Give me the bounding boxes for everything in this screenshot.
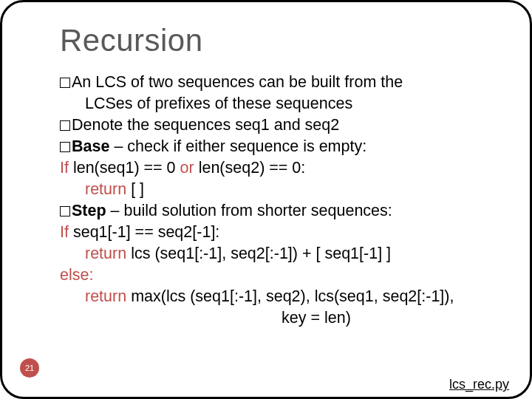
keyword-return: return bbox=[85, 287, 126, 305]
text: Denote the sequences seq1 and seq2 bbox=[72, 116, 339, 134]
bold-text: Base bbox=[72, 137, 109, 155]
page-number-badge: 21 bbox=[20, 358, 39, 378]
text: [ ] bbox=[126, 180, 144, 198]
keyword-if: If bbox=[60, 223, 73, 241]
text: An LCS of two sequences can be built fro… bbox=[72, 73, 403, 91]
square-bullet-icon bbox=[60, 78, 70, 88]
code-line-return1: return [ ] bbox=[60, 179, 493, 200]
code-line-if2: If seq1[-1] == seq2[-1]: bbox=[60, 222, 493, 243]
file-link[interactable]: lcs_rec.py bbox=[449, 377, 509, 392]
text: lcs (seq1[:-1], seq2[:-1]) + [ seq1[-1] … bbox=[126, 245, 391, 262]
bullet-line-4: Step – build solution from shorter seque… bbox=[60, 200, 493, 222]
text: len(seq1) == 0 bbox=[73, 159, 176, 177]
text: – check if either sequence is empty: bbox=[109, 137, 366, 155]
keyword-or: or bbox=[176, 159, 199, 177]
keyword-return: return bbox=[85, 245, 126, 262]
slide-body: An LCS of two sequences can be built fro… bbox=[60, 72, 493, 329]
keyword-if: If bbox=[60, 159, 73, 177]
code-line-return3: return max(lcs (seq1[:-1], seq2), lcs(se… bbox=[60, 286, 493, 307]
square-bullet-icon bbox=[60, 206, 70, 216]
slide-frame: Recursion An LCS of two sequences can be… bbox=[0, 0, 532, 399]
text: seq1[-1] == seq2[-1]: bbox=[73, 223, 219, 241]
bold-text: Step bbox=[72, 202, 106, 219]
text: max(lcs (seq1[:-1], seq2), lcs(seq1, seq… bbox=[126, 287, 454, 305]
bullet-line-3: Base – check if either sequence is empty… bbox=[60, 136, 493, 157]
keyword-else: else: bbox=[60, 266, 93, 284]
page-number: 21 bbox=[25, 364, 34, 372]
slide-title: Recursion bbox=[60, 23, 203, 58]
bullet-line-2: Denote the sequences seq1 and seq2 bbox=[60, 115, 493, 136]
square-bullet-icon bbox=[60, 120, 70, 131]
text: – build solution from shorter sequences: bbox=[106, 202, 392, 219]
text: LCSes of prefixes of these sequences bbox=[85, 95, 352, 112]
text: key = len) bbox=[282, 309, 351, 327]
code-line-if1: If len(seq1) == 0 or len(seq2) == 0: bbox=[60, 157, 493, 179]
code-line-return2: return lcs (seq1[:-1], seq2[:-1]) + [ se… bbox=[60, 243, 493, 265]
bullet-line-1: An LCS of two sequences can be built fro… bbox=[60, 72, 493, 93]
square-bullet-icon bbox=[60, 142, 70, 152]
code-line-key: key = len) bbox=[60, 307, 493, 329]
bullet-line-1-cont: LCSes of prefixes of these sequences bbox=[60, 93, 493, 115]
text: len(seq2) == 0: bbox=[199, 159, 306, 177]
keyword-return: return bbox=[85, 180, 126, 198]
code-line-else: else: bbox=[60, 265, 493, 286]
